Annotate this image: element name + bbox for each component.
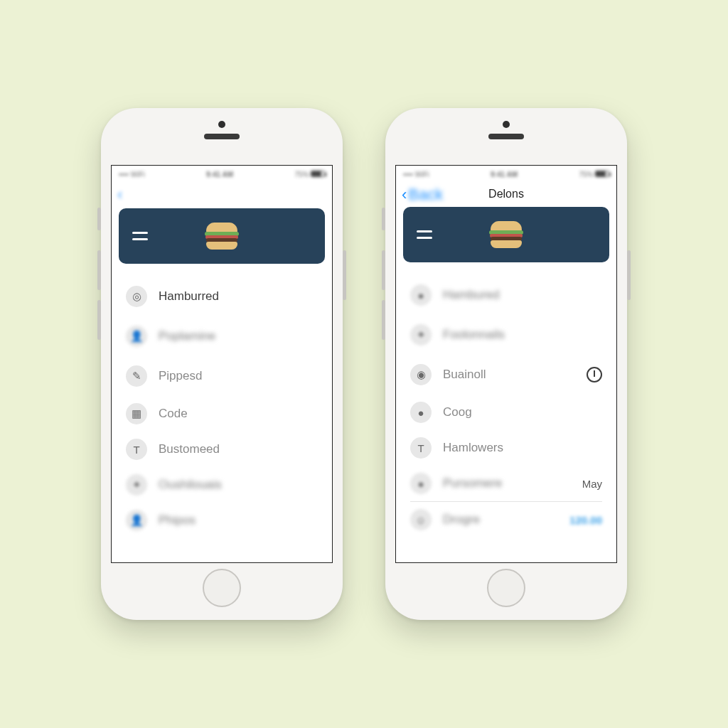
list-item-label: Hamlowers [443, 441, 602, 455]
person-icon: 👤 [126, 510, 147, 531]
list-item[interactable]: ✦ Foolonnails [400, 315, 612, 355]
hamburger-menu-icon[interactable] [410, 220, 439, 249]
volume-up-button [97, 250, 101, 290]
mute-switch [382, 208, 385, 230]
back-button[interactable]: ‹ Back [402, 186, 443, 204]
screen: •••• WiFi 9:41 AM 75% ‹ Back Delons [395, 165, 617, 563]
back-button[interactable]: ‹ [117, 186, 124, 204]
list-item[interactable]: ● Hambured [400, 275, 612, 315]
leaf-icon: ◎ [126, 286, 147, 307]
status-time: 9:41 AM [206, 171, 233, 178]
battery-icon [595, 171, 609, 177]
drop-icon: ◉ [410, 364, 432, 385]
list-item[interactable]: ◎ Hamburred [116, 277, 328, 316]
nav-bar: ‹ [112, 183, 332, 205]
list-item-label: Drogre [443, 513, 558, 527]
list-item-label: Buainoll [443, 368, 575, 382]
list-item-label: Bustomeed [159, 442, 318, 456]
list-item-label: Phipos [159, 513, 318, 528]
volume-down-button [382, 300, 385, 340]
volume-up-button [382, 250, 385, 290]
text-icon: T [410, 437, 432, 459]
list-item[interactable]: 👤 Poplamine [116, 316, 328, 356]
burger-logo-icon [204, 223, 240, 250]
power-button [627, 250, 631, 300]
list-item-label: Poplamine [159, 329, 318, 343]
gear-icon: ✦ [126, 474, 147, 496]
app-header [119, 208, 325, 264]
list-item-label: Pippesd [159, 369, 318, 383]
mute-switch [97, 208, 101, 230]
content-list: ● Hambured ✦ Foolonnails ◉ Buainoll ● Co… [396, 262, 616, 537]
status-bar: •••• WiFi 9:41 AM 75% [112, 166, 332, 183]
status-time: 9:41 AM [491, 171, 518, 178]
status-left: •••• WiFi [403, 171, 429, 178]
battery-icon [311, 171, 325, 177]
text-icon: T [126, 439, 147, 460]
list-item[interactable]: T Bustomeed [116, 432, 328, 467]
list-item[interactable]: T Hamlowers [400, 430, 612, 466]
power-icon[interactable] [587, 367, 602, 382]
home-button[interactable] [203, 569, 241, 607]
person-icon: ✦ [410, 324, 432, 346]
list-item-label: Code [159, 407, 318, 421]
list-item[interactable]: ● Coog [400, 395, 612, 430]
list-item-label: Hambured [443, 288, 602, 302]
list-item[interactable]: ✎ Pippesd [116, 356, 328, 396]
list-item[interactable]: ✦ Oushilouais [116, 467, 328, 503]
list-item-label: Coog [443, 405, 602, 419]
stroke-icon: ✎ [126, 365, 147, 387]
burger-logo-icon [488, 221, 524, 248]
menu-list: ◎ Hamburred 👤 Poplamine ✎ Pippesd ▦ Code… [112, 264, 332, 538]
chevron-left-icon: ‹ [117, 186, 122, 204]
status-right: 75% [294, 171, 325, 178]
list-item-label: Hamburred [159, 289, 318, 304]
hamburger-menu-icon[interactable] [126, 222, 154, 250]
chevron-left-icon: ‹ [402, 186, 407, 204]
home-button[interactable] [487, 569, 525, 607]
list-item[interactable]: ● Pursomere May [400, 466, 612, 501]
back-label: Back [408, 186, 443, 204]
list-item-label: Pursomere [443, 476, 571, 491]
grid-icon: ▦ [126, 403, 147, 424]
screen: •••• WiFi 9:41 AM 75% ‹ [111, 165, 333, 563]
list-item-label: Oushilouais [159, 478, 318, 492]
list-item-label: Foolonnails [443, 328, 602, 342]
volume-down-button [97, 300, 101, 340]
status-left: •••• WiFi [119, 171, 145, 178]
status-right: 75% [579, 171, 609, 178]
nav-bar: ‹ Back Delons [396, 183, 616, 205]
list-item[interactable]: ◉ Buainoll [400, 355, 612, 395]
power-button [343, 250, 346, 300]
list-item[interactable]: 👤 Phipos [116, 503, 328, 538]
dot-icon: ● [410, 473, 432, 494]
list-item[interactable]: ▦ Code [116, 396, 328, 432]
app-header [403, 207, 609, 262]
dot-icon: ● [410, 402, 432, 423]
person-icon: 👤 [126, 326, 147, 347]
list-item[interactable]: ☺ Drogre 120.00 [400, 502, 612, 537]
list-item-trail: May [582, 478, 602, 490]
status-bar: •••• WiFi 9:41 AM 75% [396, 166, 616, 183]
list-item-price: 120.00 [569, 514, 602, 526]
avatar-icon: ☺ [410, 509, 432, 530]
page-title: Delons [488, 188, 524, 200]
phone-left: •••• WiFi 9:41 AM 75% ‹ [101, 108, 343, 620]
phone-right: •••• WiFi 9:41 AM 75% ‹ Back Delons [385, 108, 627, 620]
dot-icon: ● [410, 284, 432, 306]
